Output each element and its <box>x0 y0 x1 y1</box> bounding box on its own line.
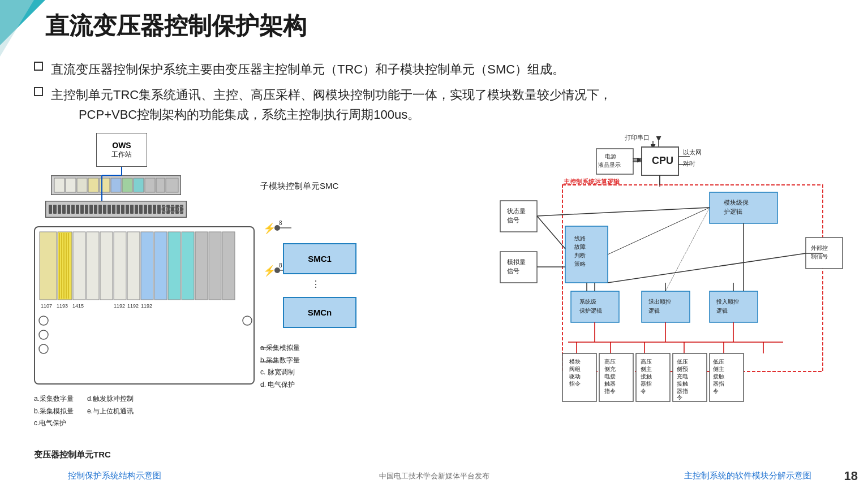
svg-text:侧预: 侧预 <box>677 366 688 372</box>
svg-rect-13 <box>49 205 52 214</box>
bullet-text-2: 主控制单元TRC集系统通讯、主控、高压采样、阀模块控制功能于一体，实现了模块数量… <box>51 85 612 124</box>
svg-text:逻辑: 逻辑 <box>716 308 728 314</box>
svg-rect-55 <box>100 232 113 300</box>
svg-text:1193: 1193 <box>57 303 68 309</box>
svg-rect-31 <box>130 205 134 214</box>
svg-text:外部控: 外部控 <box>811 245 828 251</box>
ows-label: OWS <box>112 141 131 150</box>
slide: 直流变压器控制保护架构 直流变压器控制保护系统主要由变压器主控制单元（TRC）和… <box>0 0 868 488</box>
svg-rect-15 <box>58 205 61 214</box>
svg-rect-29 <box>121 205 124 214</box>
svg-text:1107: 1107 <box>41 303 52 309</box>
svg-rect-62 <box>195 232 208 300</box>
svg-rect-59 <box>154 232 167 300</box>
svg-text:逻辑: 逻辑 <box>648 308 660 314</box>
svg-text:1192: 1192 <box>127 303 139 309</box>
svg-text:器指: 器指 <box>677 388 688 394</box>
serial-svg <box>46 201 186 217</box>
smc1-box: SMC1 <box>283 243 356 274</box>
smc-label-d: d. 电气保护 <box>260 379 300 391</box>
svg-rect-127 <box>642 291 690 322</box>
svg-text:⋮: ⋮ <box>311 279 320 289</box>
svg-text:信号: 信号 <box>507 267 519 274</box>
svg-rect-5 <box>100 178 110 192</box>
svg-point-73 <box>39 344 48 353</box>
credit-text: 中国电工技术学会新媒体平台发布 <box>379 472 489 480</box>
svg-text:模块级保: 模块级保 <box>724 199 749 206</box>
diagram-area: OWS 工作站 <box>17 133 857 471</box>
svg-text:判断: 判断 <box>574 252 586 258</box>
svg-rect-9 <box>145 178 155 192</box>
svg-rect-124 <box>571 291 619 322</box>
page-number: 18 <box>844 469 858 483</box>
svg-point-74 <box>243 316 252 325</box>
svg-text:器指: 器指 <box>713 381 724 387</box>
svg-text:系统级: 系统级 <box>579 299 596 305</box>
svg-rect-32 <box>135 205 138 214</box>
smcn-box: SMCn <box>283 297 356 328</box>
svg-rect-23 <box>94 205 97 214</box>
svg-rect-30 <box>126 205 129 214</box>
header: 直流变压器控制保护架构 <box>0 0 868 57</box>
bullet-square-2 <box>34 87 43 96</box>
svg-rect-22 <box>89 205 93 214</box>
svg-rect-39 <box>166 205 170 214</box>
trc-label-a: a.采集数字量 d.触发脉冲控制 <box>34 393 134 405</box>
svg-rect-2 <box>66 178 76 192</box>
svg-text:8: 8 <box>279 262 282 269</box>
svg-rect-4 <box>88 178 98 192</box>
svg-text:高压: 高压 <box>604 359 616 365</box>
svg-rect-25 <box>103 205 106 214</box>
svg-text:侧主: 侧主 <box>641 366 652 372</box>
svg-text:模拟量: 模拟量 <box>507 258 526 265</box>
svg-text:投入顺控: 投入顺控 <box>716 299 739 305</box>
svg-rect-56 <box>114 232 126 300</box>
svg-text:策略: 策略 <box>574 261 586 267</box>
svg-line-137 <box>608 253 806 283</box>
svg-text:CPU: CPU <box>652 155 673 166</box>
svg-text:制信号: 制信号 <box>811 253 828 260</box>
svg-text:接触: 接触 <box>713 373 724 379</box>
svg-point-72 <box>39 330 48 339</box>
network-svg <box>51 176 181 195</box>
svg-text:电源: 电源 <box>605 153 616 159</box>
svg-rect-1 <box>54 178 65 192</box>
svg-text:指令: 指令 <box>569 381 581 387</box>
svg-text:令: 令 <box>713 388 719 394</box>
svg-text:侧充: 侧充 <box>604 366 616 372</box>
svg-text:⚡: ⚡ <box>263 222 276 235</box>
svg-text:令: 令 <box>641 388 646 394</box>
svg-text:护逻辑: 护逻辑 <box>723 208 742 215</box>
right-caption-text: 主控制系统的软件模块分解示意图 <box>684 470 811 480</box>
svg-point-71 <box>39 316 48 325</box>
left-caption-text: 控制保护系统结构示意图 <box>68 470 161 480</box>
svg-text:模块: 模块 <box>569 359 581 365</box>
svg-rect-7 <box>122 178 132 192</box>
ows-box: OWS 工作站 <box>96 133 147 167</box>
trc-label-c: c.电气保护 <box>34 417 134 430</box>
svg-rect-34 <box>144 205 147 214</box>
smc-label-a: a.采集模拟量 <box>260 342 300 355</box>
svg-rect-35 <box>148 205 152 214</box>
svg-rect-24 <box>98 205 102 214</box>
svg-text:驱动: 驱动 <box>569 373 581 379</box>
network-block <box>51 175 181 195</box>
serial-block <box>45 201 187 218</box>
svg-rect-27 <box>112 205 115 214</box>
svg-rect-17 <box>67 205 70 214</box>
svg-line-178 <box>608 208 710 254</box>
right-diagram-software: 打印串口 电源 液晶显示 CPU 以太网 对时 <box>466 133 857 471</box>
svg-rect-104 <box>710 192 777 223</box>
svg-text:线路: 线路 <box>574 235 586 241</box>
bullet-1: 直流变压器控制保护系统主要由变压器主控制单元（TRC）和子模块控制单元（SMC）… <box>34 59 845 79</box>
svg-text:1192: 1192 <box>141 303 152 309</box>
svg-rect-10 <box>156 178 165 192</box>
svg-rect-54 <box>87 232 99 300</box>
svg-text:接触: 接触 <box>641 373 652 379</box>
svg-rect-130 <box>710 291 758 322</box>
svg-text:接触: 接触 <box>677 381 688 387</box>
svg-rect-20 <box>80 205 84 214</box>
svg-rect-41 <box>175 205 179 214</box>
svg-text:电接: 电接 <box>604 373 616 379</box>
svg-rect-63 <box>209 232 221 300</box>
